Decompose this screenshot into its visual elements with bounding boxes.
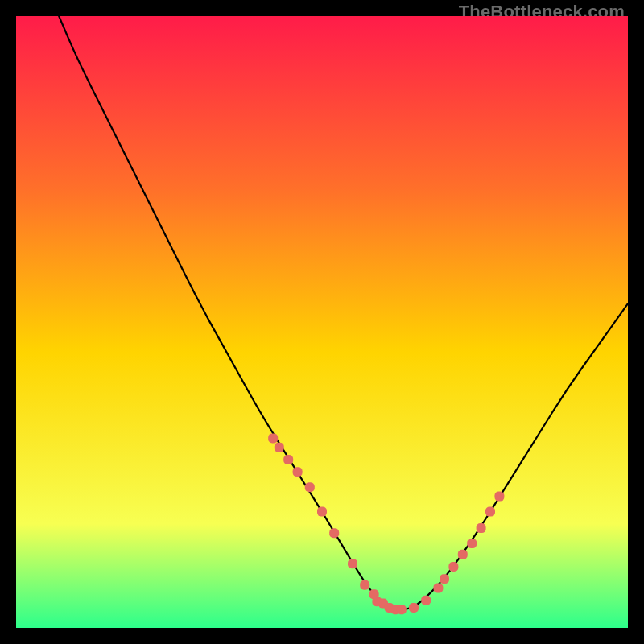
gradient-background [16, 16, 628, 628]
highlight-dot [372, 597, 382, 606]
highlight-dot [283, 455, 293, 464]
highlight-dot [275, 443, 284, 452]
highlight-dot [293, 467, 303, 477]
bottleneck-chart [16, 16, 628, 628]
highlight-dot [433, 584, 443, 593]
highlight-dot [317, 507, 327, 517]
chart-frame [16, 16, 628, 628]
highlight-dot [485, 507, 495, 517]
highlight-dot [421, 596, 431, 605]
highlight-dot [360, 580, 369, 590]
highlight-dot [494, 492, 504, 502]
highlight-dot [467, 539, 477, 548]
highlight-dot [458, 550, 468, 559]
highlight-dot [329, 528, 339, 538]
highlight-dot [440, 574, 449, 584]
highlight-dot [397, 605, 407, 614]
highlight-dot [305, 482, 315, 492]
highlight-dot [477, 523, 486, 533]
highlight-dot [268, 433, 278, 443]
highlight-dot [348, 559, 357, 568]
highlight-dot [385, 603, 394, 613]
highlight-dot [448, 562, 458, 572]
highlight-dot [409, 603, 419, 613]
